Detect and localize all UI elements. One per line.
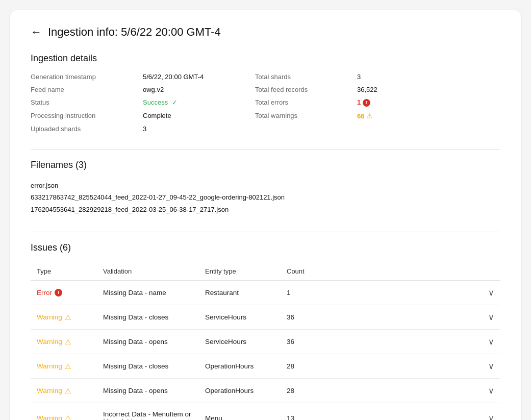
issues-section: Issues (6) Type Validation Entity type C… — [31, 242, 500, 420]
back-button[interactable]: ← — [31, 26, 42, 39]
ingestion-details-section: Ingestion details Generation timestamp 5… — [31, 53, 500, 133]
page-title: Ingestion info: 5/6/22 20:00 GMT-4 — [48, 26, 221, 39]
error-icon: ! — [55, 289, 62, 297]
cell-entity-5: Menu — [199, 403, 281, 420]
col-header-entity: Entity type — [199, 262, 281, 281]
chevron-down-icon[interactable]: ∨ — [488, 312, 494, 322]
chevron-down-icon[interactable]: ∨ — [488, 386, 494, 396]
value-total-warnings: 66 ⚠ — [357, 112, 439, 120]
label-processing-instruction: Processing instruction — [31, 112, 143, 120]
table-row: Warning ⚠ Missing Data - opensOperationH… — [31, 379, 500, 403]
label-uploaded-shards: Uploaded shards — [31, 125, 143, 133]
warning-icon: ⚠ — [65, 338, 71, 346]
filenames-list: error.json 633217863742_825524044_feed_2… — [31, 180, 500, 215]
cell-count-1: 36 — [281, 305, 321, 330]
value-total-errors: 1 ! — [357, 98, 439, 107]
warning-icon: ⚠ — [65, 414, 71, 420]
value-total-shards: 3 — [357, 73, 439, 81]
cell-count-5: 13 — [281, 403, 321, 420]
filename-0: error.json — [31, 180, 500, 191]
main-card: ← Ingestion info: 5/6/22 20:00 GMT-4 Ing… — [10, 10, 521, 420]
cell-expand-2[interactable]: ∨ — [321, 330, 500, 354]
filename-2: 176204553641_282929218_feed_2022-03-25_0… — [31, 204, 500, 215]
cell-entity-4: OperationHours — [199, 379, 281, 403]
value-status: Success ✓ — [143, 98, 255, 107]
cell-validation-2: Missing Data - opens — [97, 330, 199, 354]
cell-expand-1[interactable]: ∨ — [321, 305, 500, 330]
issues-table: Type Validation Entity type Count Error … — [31, 262, 500, 420]
cell-type-5: Warning ⚠ — [31, 403, 97, 420]
issues-title: Issues (6) — [31, 242, 500, 253]
label-generation-timestamp: Generation timestamp — [31, 73, 143, 81]
cell-type-0: Error ! — [31, 281, 97, 305]
value-processing-instruction: Complete — [143, 112, 255, 120]
col-header-validation: Validation — [97, 262, 199, 281]
chevron-down-icon[interactable]: ∨ — [488, 413, 494, 420]
type-warning-label: Warning ⚠ — [37, 414, 91, 420]
cell-count-0: 1 — [281, 281, 321, 305]
cell-expand-4[interactable]: ∨ — [321, 379, 500, 403]
cell-entity-2: ServiceHours — [199, 330, 281, 354]
cell-entity-3: OperationHours — [199, 354, 281, 379]
warning-icon: ⚠ — [65, 313, 71, 322]
cell-expand-5[interactable]: ∨ — [321, 403, 500, 420]
cell-type-1: Warning ⚠ — [31, 305, 97, 330]
label-total-shards: Total shards — [255, 73, 357, 81]
label-feed-name: Feed name — [31, 86, 143, 93]
cell-type-2: Warning ⚠ — [31, 330, 97, 354]
ingestion-details-title: Ingestion details — [31, 53, 500, 64]
col-header-count: Count — [281, 262, 321, 281]
table-row: Warning ⚠ Missing Data - closesServiceHo… — [31, 305, 500, 330]
warning-icon: ⚠ — [65, 362, 71, 370]
type-error-label: Error ! — [37, 289, 91, 297]
col-header-action — [321, 262, 500, 281]
cell-validation-1: Missing Data - closes — [97, 305, 199, 330]
cell-count-4: 28 — [281, 379, 321, 403]
table-header-row: Type Validation Entity type Count — [31, 262, 500, 281]
label-total-warnings: Total warnings — [255, 112, 357, 120]
type-warning-label: Warning ⚠ — [37, 387, 91, 395]
error-circle-icon: ! — [363, 99, 370, 107]
page-header: ← Ingestion info: 5/6/22 20:00 GMT-4 — [31, 26, 500, 39]
warning-triangle-icon: ⚠ — [366, 112, 373, 120]
col-header-type: Type — [31, 262, 97, 281]
divider-1 — [31, 149, 500, 150]
cell-validation-5: Incorrect Data - MenuItem or MenuAddonIt… — [97, 403, 199, 420]
warning-icon: ⚠ — [65, 387, 71, 395]
divider-2 — [31, 232, 500, 232]
type-warning-label: Warning ⚠ — [37, 313, 91, 322]
value-uploaded-shards: 3 — [143, 125, 255, 133]
label-total-feed-records: Total feed records — [255, 86, 357, 93]
value-generation-timestamp: 5/6/22, 20:00 GMT-4 — [143, 73, 255, 81]
details-grid: Generation timestamp 5/6/22, 20:00 GMT-4… — [31, 73, 500, 133]
value-total-feed-records: 36,522 — [357, 86, 439, 93]
table-row: Warning ⚠ Missing Data - closesOperation… — [31, 354, 500, 379]
chevron-down-icon[interactable]: ∨ — [488, 288, 494, 298]
cell-validation-3: Missing Data - closes — [97, 354, 199, 379]
cell-validation-0: Missing Data - name — [97, 281, 199, 305]
value-feed-name: owg.v2 — [143, 86, 255, 93]
cell-count-2: 36 — [281, 330, 321, 354]
filename-1: 633217863742_825524044_feed_2022-01-27_0… — [31, 191, 500, 203]
cell-entity-0: Restaurant — [199, 281, 281, 305]
filenames-section: Filenames (3) error.json 633217863742_82… — [31, 160, 500, 215]
label-total-errors: Total errors — [255, 98, 357, 107]
cell-type-4: Warning ⚠ — [31, 379, 97, 403]
type-warning-label: Warning ⚠ — [37, 338, 91, 346]
chevron-down-icon[interactable]: ∨ — [488, 337, 494, 347]
filenames-title: Filenames (3) — [31, 160, 500, 170]
cell-type-3: Warning ⚠ — [31, 354, 97, 379]
cell-validation-4: Missing Data - opens — [97, 379, 199, 403]
cell-expand-0[interactable]: ∨ — [321, 281, 500, 305]
table-row: Warning ⚠ Missing Data - opensServiceHou… — [31, 330, 500, 354]
cell-entity-1: ServiceHours — [199, 305, 281, 330]
status-check-icon: ✓ — [172, 98, 178, 106]
table-row: Warning ⚠ Incorrect Data - MenuItem or M… — [31, 403, 500, 420]
cell-expand-3[interactable]: ∨ — [321, 354, 500, 379]
type-warning-label: Warning ⚠ — [37, 362, 91, 370]
table-row: Error ! Missing Data - nameRestaurant1∨ — [31, 281, 500, 305]
chevron-down-icon[interactable]: ∨ — [488, 361, 494, 371]
label-status: Status — [31, 98, 143, 107]
cell-count-3: 28 — [281, 354, 321, 379]
